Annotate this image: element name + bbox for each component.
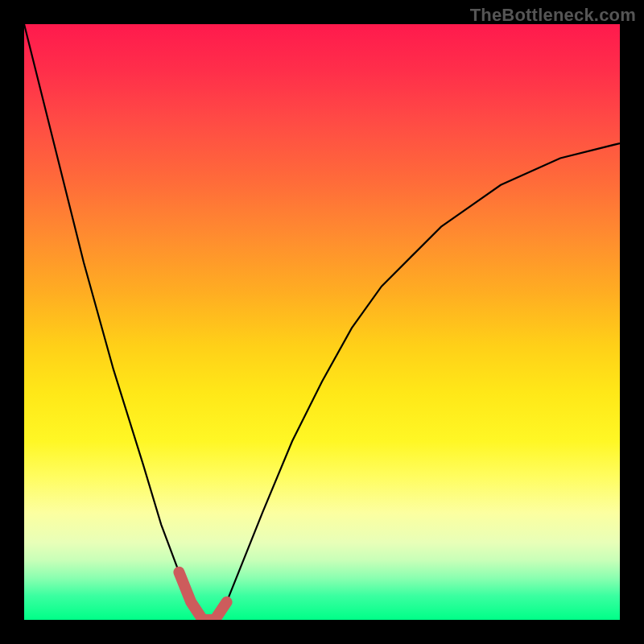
chart-svg <box>24 24 620 620</box>
chart-frame: TheBottleneck.com <box>0 0 644 644</box>
watermark-text: TheBottleneck.com <box>470 5 636 26</box>
flat-region-overlay <box>179 572 226 620</box>
plot-area <box>24 24 620 620</box>
bottleneck-curve <box>24 24 620 620</box>
